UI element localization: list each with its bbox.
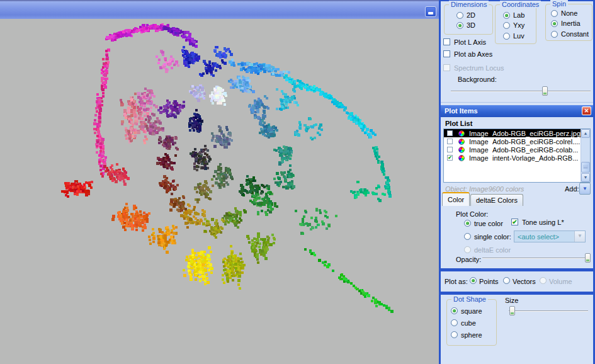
radio-true-color[interactable] (464, 220, 471, 227)
combo-dropdown-icon: ▼ (574, 231, 585, 242)
single-color-combo-value: <auto select> (518, 233, 559, 241)
spin-group: Spin None Inertia Constant (545, 4, 592, 41)
spectrum-locus-label: Spectrum Locus (454, 64, 504, 72)
opacity-slider-thumb[interactable] (585, 253, 591, 263)
plot-l-axis-checkbox[interactable] (443, 38, 450, 45)
item-name: intent-Vorlage_Adob-RGB... (492, 154, 581, 162)
radio-3d-label[interactable]: 3D (467, 21, 475, 29)
size-slider-thumb[interactable] (509, 306, 515, 316)
list-scrollbar[interactable]: ▲ ▼ (581, 129, 590, 182)
radio-volume-label: Volume (549, 278, 572, 285)
item-type: Image (469, 154, 492, 162)
background-slider-thumb[interactable] (542, 86, 548, 96)
list-item[interactable]: Image Adob-RGB_eciRGB-colrel.... (444, 137, 581, 145)
radio-spin-none-label[interactable]: None (561, 9, 577, 17)
color-wheel-icon (458, 155, 465, 161)
plot-l-axis-label[interactable]: Plot L Axis (454, 38, 486, 46)
radio-yxy-label[interactable]: Yxy (513, 21, 524, 29)
dot-shape-group-title: Dot Shape (451, 295, 488, 303)
radio-square-label[interactable]: square (461, 307, 482, 315)
section-separator (441, 102, 593, 103)
radio-single-color[interactable] (464, 233, 471, 240)
radio-deltae-color (464, 246, 471, 253)
radio-vectors[interactable] (503, 277, 510, 284)
plot-list-title: Plot List (445, 120, 472, 127)
radio-spin-inertia[interactable] (551, 20, 558, 27)
plot-items-title: Plot Items (445, 107, 478, 115)
radio-cube-label[interactable]: cube (461, 319, 476, 327)
single-color-combo[interactable]: <auto select> ▼ (514, 230, 586, 242)
divider (441, 268, 593, 271)
close-icon[interactable]: ✕ (582, 106, 591, 115)
radio-2d[interactable] (456, 12, 463, 19)
radio-spin-constant[interactable] (551, 31, 558, 38)
tab-deltae-colors[interactable]: deltaE Colors (470, 194, 523, 206)
dimensions-group-title: Dimensions (449, 1, 489, 8)
item-visibility-checkbox[interactable] (447, 139, 453, 144)
background-label: Background: (458, 76, 497, 83)
item-type: Image (469, 130, 492, 137)
controls-sidebar: Dimensions 2D 3D Coordinates Lab Yxy Luv… (439, 0, 595, 364)
radio-single-color-label[interactable]: single color: (474, 233, 511, 241)
radio-lab-label[interactable]: Lab (513, 11, 524, 19)
item-name: Adob-RGB_eciRGB-colab... (492, 146, 581, 154)
radio-luv-label[interactable]: Luv (513, 32, 524, 40)
radio-true-color-label[interactable]: true color (474, 220, 503, 227)
plot-color-label: Plot Color: (456, 210, 488, 218)
dimensions-group: Dimensions 2D 3D (444, 4, 493, 35)
radio-volume (540, 277, 547, 284)
opacity-slider[interactable] (482, 253, 591, 263)
radio-sphere-label[interactable]: sphere (461, 331, 482, 339)
size-slider[interactable] (509, 306, 588, 316)
plot-ab-axes-checkbox[interactable] (443, 50, 450, 57)
minimize-icon[interactable] (425, 6, 436, 17)
item-type: Image (469, 146, 492, 154)
tab-color-label: Color (448, 196, 464, 203)
scroll-down-icon[interactable]: ▼ (581, 173, 590, 182)
spin-group-title: Spin (550, 0, 568, 8)
radio-points-label[interactable]: Points (479, 278, 499, 285)
radio-spin-inertia-label[interactable]: Inertia (561, 20, 581, 27)
tab-color[interactable]: Color (442, 192, 470, 206)
plot-as-label: Plot as: (445, 278, 468, 285)
radio-points[interactable] (470, 277, 477, 284)
item-visibility-checkbox[interactable] (447, 147, 453, 152)
opacity-slider-track (482, 258, 591, 259)
radio-2d-label[interactable]: 2D (467, 11, 475, 19)
list-item[interactable]: Image Adob-RGB_eciRGB-perz.jpg (444, 129, 581, 137)
add-label: Add: (565, 185, 579, 193)
scrollbar-thumb[interactable] (581, 162, 590, 173)
radio-spin-none[interactable] (551, 10, 558, 17)
coordinates-group: Coordinates Lab Yxy Luv (495, 4, 536, 44)
scroll-up-icon[interactable]: ▲ (581, 129, 590, 138)
gamut-scatter-plot[interactable] (0, 0, 439, 364)
item-visibility-checkbox[interactable] (447, 130, 453, 136)
add-dropdown-icon[interactable]: ▼ (579, 183, 591, 195)
item-name: Adob-RGB_eciRGB-colrel.... (492, 138, 581, 145)
radio-square[interactable] (451, 307, 458, 314)
background-slider[interactable] (451, 86, 591, 96)
size-slider-track (509, 310, 588, 312)
tone-using-l-label[interactable]: Tone using L* (522, 219, 564, 226)
radio-vectors-label[interactable]: Vectors (513, 278, 536, 285)
radio-sphere[interactable] (451, 331, 458, 338)
item-type: Image (469, 138, 492, 145)
radio-3d[interactable] (456, 22, 463, 29)
color-wheel-icon (458, 130, 465, 137)
dot-shape-group: Dot Shape square cube sphere (446, 299, 497, 346)
tone-using-l-checkbox[interactable]: ✔ (511, 219, 518, 225)
list-item[interactable]: ✔ Image intent-Vorlage_Adob-RGB... (444, 154, 581, 162)
radio-spin-constant-label[interactable]: Constant (561, 30, 589, 38)
radio-yxy[interactable] (503, 22, 510, 29)
radio-luv[interactable] (503, 33, 510, 40)
radio-lab[interactable] (503, 12, 510, 19)
color-wheel-icon (458, 139, 465, 145)
plot-items-titlebar[interactable]: Plot Items ✕ (441, 105, 593, 117)
item-visibility-checkbox[interactable]: ✔ (447, 155, 453, 161)
list-item[interactable]: Image Adob-RGB_eciRGB-colab... (444, 145, 581, 154)
radio-cube[interactable] (451, 319, 458, 326)
divider (441, 292, 593, 295)
plot-ab-axes-label[interactable]: Plot ab Axes (454, 50, 492, 58)
coordinates-group-title: Coordinates (500, 1, 541, 8)
plot-window-titlebar[interactable] (0, 0, 439, 19)
